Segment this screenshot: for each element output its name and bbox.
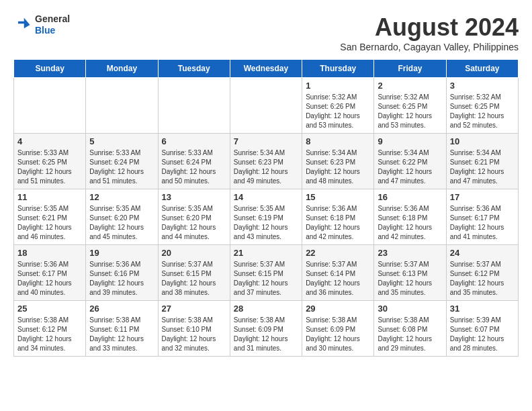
calendar-cell: 29Sunrise: 5:38 AM Sunset: 6:09 PM Dayli… bbox=[302, 301, 374, 357]
title-section: August 2024 San Bernardo, Cagayan Valley… bbox=[340, 13, 519, 52]
calendar-cell: 6Sunrise: 5:33 AM Sunset: 6:24 PM Daylig… bbox=[158, 134, 230, 189]
date-number: 8 bbox=[306, 136, 370, 146]
calendar-cell: 19Sunrise: 5:36 AM Sunset: 6:16 PM Dayli… bbox=[86, 245, 158, 301]
date-number: 27 bbox=[162, 304, 226, 314]
day-header-friday: Friday bbox=[374, 60, 446, 78]
calendar-cell: 5Sunrise: 5:33 AM Sunset: 6:24 PM Daylig… bbox=[86, 134, 158, 189]
cell-info: Sunrise: 5:36 AM Sunset: 6:18 PM Dayligh… bbox=[306, 204, 370, 242]
calendar-cell: 14Sunrise: 5:35 AM Sunset: 6:19 PM Dayli… bbox=[230, 189, 302, 245]
calendar-table: SundayMondayTuesdayWednesdayThursdayFrid… bbox=[13, 59, 519, 357]
logo: General Blue bbox=[13, 13, 70, 36]
calendar-cell bbox=[86, 78, 158, 134]
date-number: 9 bbox=[378, 136, 442, 146]
week-row-2: 4Sunrise: 5:33 AM Sunset: 6:25 PM Daylig… bbox=[14, 134, 519, 189]
calendar-cell: 26Sunrise: 5:38 AM Sunset: 6:11 PM Dayli… bbox=[86, 301, 158, 357]
cell-info: Sunrise: 5:35 AM Sunset: 6:20 PM Dayligh… bbox=[162, 204, 226, 242]
date-number: 16 bbox=[378, 192, 442, 202]
week-row-1: 1Sunrise: 5:32 AM Sunset: 6:26 PM Daylig… bbox=[14, 78, 519, 134]
calendar-cell: 31Sunrise: 5:39 AM Sunset: 6:07 PM Dayli… bbox=[446, 301, 518, 357]
date-number: 28 bbox=[234, 304, 298, 314]
date-number: 26 bbox=[89, 304, 154, 314]
calendar-cell: 4Sunrise: 5:33 AM Sunset: 6:25 PM Daylig… bbox=[14, 134, 86, 189]
calendar-cell bbox=[14, 78, 86, 134]
calendar-cell: 20Sunrise: 5:37 AM Sunset: 6:15 PM Dayli… bbox=[158, 245, 230, 301]
date-number: 6 bbox=[162, 136, 226, 146]
calendar-cell: 7Sunrise: 5:34 AM Sunset: 6:23 PM Daylig… bbox=[230, 134, 302, 189]
cell-info: Sunrise: 5:34 AM Sunset: 6:23 PM Dayligh… bbox=[306, 148, 370, 186]
logo-general-text: General bbox=[35, 13, 70, 25]
calendar-cell: 23Sunrise: 5:37 AM Sunset: 6:13 PM Dayli… bbox=[374, 245, 446, 301]
date-number: 5 bbox=[89, 136, 154, 146]
cell-info: Sunrise: 5:32 AM Sunset: 6:26 PM Dayligh… bbox=[306, 93, 370, 130]
day-header-wednesday: Wednesday bbox=[230, 60, 302, 78]
cell-info: Sunrise: 5:33 AM Sunset: 6:25 PM Dayligh… bbox=[17, 148, 82, 186]
calendar-cell bbox=[158, 78, 230, 134]
cell-info: Sunrise: 5:33 AM Sunset: 6:24 PM Dayligh… bbox=[89, 148, 154, 186]
cell-info: Sunrise: 5:36 AM Sunset: 6:17 PM Dayligh… bbox=[17, 260, 82, 298]
cell-info: Sunrise: 5:37 AM Sunset: 6:14 PM Dayligh… bbox=[306, 260, 370, 298]
date-number: 18 bbox=[17, 248, 82, 258]
cell-info: Sunrise: 5:38 AM Sunset: 6:10 PM Dayligh… bbox=[162, 316, 226, 353]
location-text: San Bernardo, Cagayan Valley, Philippine… bbox=[340, 42, 519, 52]
week-row-3: 11Sunrise: 5:35 AM Sunset: 6:21 PM Dayli… bbox=[14, 189, 519, 245]
date-number: 30 bbox=[378, 304, 442, 314]
calendar-cell: 12Sunrise: 5:35 AM Sunset: 6:20 PM Dayli… bbox=[86, 189, 158, 245]
week-row-4: 18Sunrise: 5:36 AM Sunset: 6:17 PM Dayli… bbox=[14, 245, 519, 301]
calendar-cell: 30Sunrise: 5:38 AM Sunset: 6:08 PM Dayli… bbox=[374, 301, 446, 357]
cell-info: Sunrise: 5:34 AM Sunset: 6:21 PM Dayligh… bbox=[450, 148, 515, 186]
calendar-cell: 21Sunrise: 5:37 AM Sunset: 6:15 PM Dayli… bbox=[230, 245, 302, 301]
date-number: 21 bbox=[234, 248, 298, 258]
cell-info: Sunrise: 5:38 AM Sunset: 6:09 PM Dayligh… bbox=[306, 316, 370, 353]
day-header-thursday: Thursday bbox=[302, 60, 374, 78]
week-row-5: 25Sunrise: 5:38 AM Sunset: 6:12 PM Dayli… bbox=[14, 301, 519, 357]
calendar-cell bbox=[230, 78, 302, 134]
logo-blue-text: Blue bbox=[35, 25, 70, 36]
cell-info: Sunrise: 5:36 AM Sunset: 6:18 PM Dayligh… bbox=[378, 204, 442, 242]
calendar-cell: 22Sunrise: 5:37 AM Sunset: 6:14 PM Dayli… bbox=[302, 245, 374, 301]
calendar-cell: 24Sunrise: 5:37 AM Sunset: 6:12 PM Dayli… bbox=[446, 245, 518, 301]
date-number: 19 bbox=[89, 248, 154, 258]
calendar-cell: 17Sunrise: 5:36 AM Sunset: 6:17 PM Dayli… bbox=[446, 189, 518, 245]
calendar-cell: 27Sunrise: 5:38 AM Sunset: 6:10 PM Dayli… bbox=[158, 301, 230, 357]
date-number: 23 bbox=[378, 248, 442, 258]
cell-info: Sunrise: 5:38 AM Sunset: 6:12 PM Dayligh… bbox=[17, 316, 82, 353]
page-header: General Blue August 2024 San Bernardo, C… bbox=[13, 13, 519, 52]
cell-info: Sunrise: 5:33 AM Sunset: 6:24 PM Dayligh… bbox=[162, 148, 226, 186]
date-number: 4 bbox=[17, 136, 82, 146]
date-number: 11 bbox=[17, 192, 82, 202]
cell-info: Sunrise: 5:37 AM Sunset: 6:15 PM Dayligh… bbox=[234, 260, 298, 298]
cell-info: Sunrise: 5:36 AM Sunset: 6:17 PM Dayligh… bbox=[450, 204, 515, 242]
day-header-monday: Monday bbox=[86, 60, 158, 78]
date-number: 31 bbox=[450, 304, 515, 314]
cell-info: Sunrise: 5:39 AM Sunset: 6:07 PM Dayligh… bbox=[450, 316, 515, 353]
calendar-cell: 10Sunrise: 5:34 AM Sunset: 6:21 PM Dayli… bbox=[446, 134, 518, 189]
calendar-cell: 25Sunrise: 5:38 AM Sunset: 6:12 PM Dayli… bbox=[14, 301, 86, 357]
calendar-cell: 11Sunrise: 5:35 AM Sunset: 6:21 PM Dayli… bbox=[14, 189, 86, 245]
cell-info: Sunrise: 5:35 AM Sunset: 6:19 PM Dayligh… bbox=[234, 204, 298, 242]
date-number: 3 bbox=[450, 81, 515, 91]
month-year-title: August 2024 bbox=[340, 13, 519, 42]
calendar-cell: 1Sunrise: 5:32 AM Sunset: 6:26 PM Daylig… bbox=[302, 78, 374, 134]
day-header-sunday: Sunday bbox=[14, 60, 86, 78]
date-number: 24 bbox=[450, 248, 515, 258]
date-number: 13 bbox=[162, 192, 226, 202]
cell-info: Sunrise: 5:37 AM Sunset: 6:12 PM Dayligh… bbox=[450, 260, 515, 298]
calendar-cell: 13Sunrise: 5:35 AM Sunset: 6:20 PM Dayli… bbox=[158, 189, 230, 245]
cell-info: Sunrise: 5:36 AM Sunset: 6:16 PM Dayligh… bbox=[89, 260, 154, 298]
cell-info: Sunrise: 5:38 AM Sunset: 6:08 PM Dayligh… bbox=[378, 316, 442, 353]
logo-icon bbox=[13, 15, 32, 34]
calendar-cell: 16Sunrise: 5:36 AM Sunset: 6:18 PM Dayli… bbox=[374, 189, 446, 245]
cell-info: Sunrise: 5:34 AM Sunset: 6:22 PM Dayligh… bbox=[378, 148, 442, 186]
day-header-row: SundayMondayTuesdayWednesdayThursdayFrid… bbox=[14, 60, 519, 78]
date-number: 10 bbox=[450, 136, 515, 146]
cell-info: Sunrise: 5:37 AM Sunset: 6:15 PM Dayligh… bbox=[162, 260, 226, 298]
day-header-saturday: Saturday bbox=[446, 60, 518, 78]
date-number: 12 bbox=[89, 192, 154, 202]
calendar-cell: 2Sunrise: 5:32 AM Sunset: 6:25 PM Daylig… bbox=[374, 78, 446, 134]
date-number: 14 bbox=[234, 192, 298, 202]
cell-info: Sunrise: 5:38 AM Sunset: 6:09 PM Dayligh… bbox=[234, 316, 298, 353]
svg-marker-0 bbox=[18, 17, 30, 28]
cell-info: Sunrise: 5:34 AM Sunset: 6:23 PM Dayligh… bbox=[234, 148, 298, 186]
date-number: 22 bbox=[306, 248, 370, 258]
cell-info: Sunrise: 5:32 AM Sunset: 6:25 PM Dayligh… bbox=[378, 93, 442, 130]
